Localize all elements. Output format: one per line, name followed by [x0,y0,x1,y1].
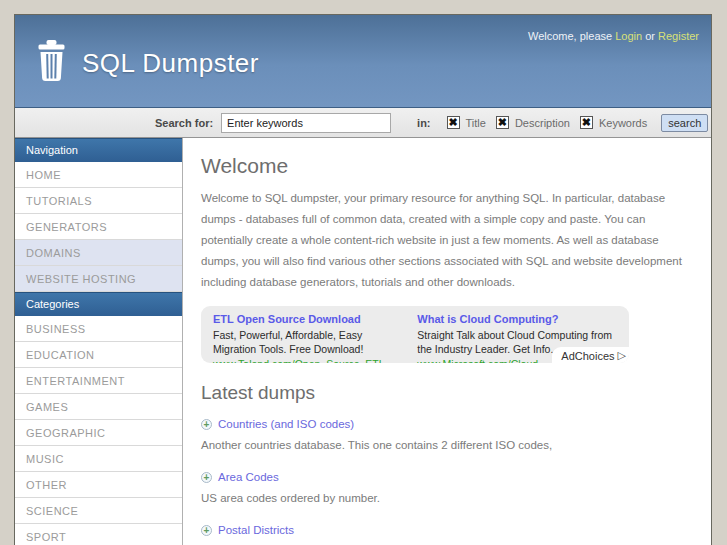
adchoices-label: AdChoices [561,350,614,362]
sidebar-item-sport[interactable]: SPORT [15,524,182,545]
search-bar: Search for: in: ✖ Title ✖ Description ✖ … [15,108,711,138]
dump-item-countries: + Countries (and ISO codes) Another coun… [201,418,695,454]
sidebar-item-music[interactable]: MUSIC [15,446,182,472]
ad-title-link[interactable]: What is Cloud Computing? [417,312,617,326]
checkbox-group-keywords: ✖ Keywords [580,116,647,129]
dump-description: Another countries database. This one con… [201,437,695,454]
dump-title: Area Codes [218,471,279,483]
keywords-checkbox[interactable]: ✖ [580,116,593,129]
dump-link-area-codes[interactable]: + Area Codes [201,471,695,483]
welcome-paragraph: Welcome to SQL dumpster, your primary re… [201,188,695,293]
ad-banner: ETL Open Source Download Fast, Powerful,… [201,306,629,363]
search-input[interactable] [221,113,391,133]
login-link[interactable]: Login [615,30,642,42]
dump-description: US area codes ordered by number. [201,490,695,507]
sidebar: Navigation HOME TUTORIALS GENERATORS DOM… [15,138,183,545]
categories-section-header: Categories [15,292,182,316]
dump-title: Postal Districts [218,524,294,536]
site-title: SQL Dumpster [82,48,259,79]
search-in-label: in: [417,117,430,129]
sidebar-item-entertainment[interactable]: ENTERTAINMENT [15,368,182,394]
dump-item-postal-districts: + Postal Districts All the postal distri… [201,524,695,545]
ad-item: ETL Open Source Download Fast, Powerful,… [213,312,401,363]
trash-can-icon [35,39,68,87]
page-title: Welcome [201,154,695,178]
adchoices-icon: ▷ [618,349,626,362]
sidebar-item-home[interactable]: HOME [15,162,182,188]
register-link[interactable]: Register [658,30,699,42]
dump-title: Countries (and ISO codes) [218,418,354,430]
sidebar-item-business[interactable]: BUSINESS [15,316,182,342]
keywords-checkbox-label: Keywords [599,117,647,129]
sidebar-item-geographic[interactable]: GEOGRAPHIC [15,420,182,446]
site-header: SQL Dumpster Welcome, please Login or Re… [15,15,711,108]
adchoices-button[interactable]: AdChoices ▷ [552,347,629,363]
checkbox-group-title: ✖ Title [447,116,486,129]
sidebar-item-science[interactable]: SCIENCE [15,498,182,524]
sidebar-item-other[interactable]: OTHER [15,472,182,498]
welcome-text: Welcome, please [528,30,612,42]
ad-title-link[interactable]: ETL Open Source Download [213,312,401,326]
title-checkbox-label: Title [466,117,486,129]
dump-link-postal-districts[interactable]: + Postal Districts [201,524,695,536]
latest-dumps-heading: Latest dumps [201,382,695,404]
dump-link-countries[interactable]: + Countries (and ISO codes) [201,418,695,430]
dump-item-area-codes: + Area Codes US area codes ordered by nu… [201,471,695,507]
expand-plus-icon: + [201,419,212,430]
site-logo[interactable]: SQL Dumpster [35,39,259,87]
checkbox-group-description: ✖ Description [496,116,570,129]
sidebar-item-website-hosting[interactable]: WEBSITE HOSTING [15,266,182,292]
expand-plus-icon: + [201,525,212,536]
account-links: Welcome, please Login or Register [528,30,699,42]
ad-url[interactable]: www.Talend.com/Open_Source_ETL [213,357,401,363]
sidebar-item-games[interactable]: GAMES [15,394,182,420]
navigation-section-header: Navigation [15,138,182,162]
ad-body-text: Fast, Powerful, Affordable, Easy Migrati… [213,328,401,356]
sidebar-item-generators[interactable]: GENERATORS [15,214,182,240]
search-button[interactable]: search [661,114,708,132]
description-checkbox[interactable]: ✖ [496,116,509,129]
or-text: or [645,30,655,42]
sidebar-item-tutorials[interactable]: TUTORIALS [15,188,182,214]
main-content: Welcome Welcome to SQL dumpster, your pr… [183,138,711,545]
expand-plus-icon: + [201,472,212,483]
sidebar-item-domains[interactable]: DOMAINS [15,240,182,266]
sidebar-item-education[interactable]: EDUCATION [15,342,182,368]
description-checkbox-label: Description [515,117,570,129]
title-checkbox[interactable]: ✖ [447,116,460,129]
search-for-label: Search for: [155,117,213,129]
site-container: SQL Dumpster Welcome, please Login or Re… [14,14,712,545]
